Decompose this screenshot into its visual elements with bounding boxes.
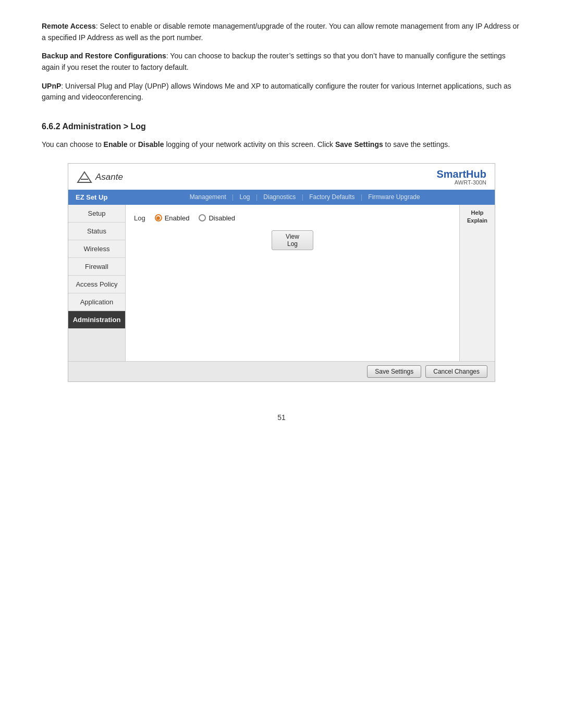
router-footer: Save Settings Cancel Changes: [68, 361, 495, 381]
disabled-radio-button[interactable]: [199, 214, 206, 221]
asante-logo-icon: [77, 171, 92, 183]
model-text: AWRT-300N: [436, 179, 486, 186]
remote-access-para: Remote Access: Select to enable or disab…: [42, 21, 521, 43]
intro-text: You can choose to Enable or Disable logg…: [42, 139, 521, 150]
disabled-label: Disabled: [209, 214, 235, 222]
disabled-radio-option[interactable]: Disabled: [199, 214, 235, 222]
intro-before-enable: You can choose to: [42, 140, 104, 149]
intro-disable: Disable: [138, 140, 164, 149]
section-heading: 6.6.2 Administration > Log: [42, 122, 521, 131]
nav-log[interactable]: Log: [240, 193, 250, 201]
intro-enable: Enable: [104, 140, 128, 149]
backup-restore-label: Backup and Restore Configurations: [42, 52, 166, 60]
smarthub-logo: SmartHub AWRT-300N: [436, 169, 486, 186]
sidebar-item-firewall[interactable]: Firewall: [68, 258, 125, 276]
upnp-para: UPnP: Universal Plug and Play (UPnP) all…: [42, 81, 521, 103]
save-settings-button[interactable]: Save Settings: [367, 365, 421, 378]
router-ui: Asante SmartHub AWRT-300N EZ Set Up Mana…: [68, 163, 495, 382]
upnp-text: : Universal Plug and Play (UPnP) allows …: [42, 82, 511, 102]
intro-save-settings: Save Settings: [335, 140, 383, 149]
help-text: Help Explain: [462, 209, 493, 225]
main-content: Log Enabled Disabled View Log: [126, 205, 459, 361]
help-label: Help: [462, 209, 493, 217]
enabled-radio-option[interactable]: Enabled: [155, 214, 190, 222]
sidebar-item-administration[interactable]: Administration: [68, 311, 125, 329]
page-number: 51: [42, 413, 521, 422]
remote-access-section: Remote Access: Select to enable or disab…: [42, 21, 521, 103]
remote-access-label: Remote Access: [42, 22, 96, 30]
sidebar-item-access-policy[interactable]: Access Policy: [68, 276, 125, 293]
asante-logo: Asante: [77, 171, 123, 183]
remote-access-text: : Select to enable or disable remote man…: [42, 22, 519, 42]
sidebar-item-application[interactable]: Application: [68, 293, 125, 311]
enabled-label: Enabled: [165, 214, 190, 222]
nav-links: Management | Log | Diagnostics | Factory…: [115, 190, 495, 204]
smarthub-text: SmartHub: [436, 169, 486, 179]
log-label: Log: [134, 214, 145, 222]
upnp-label: UPnP: [42, 82, 61, 90]
intro-or: or: [127, 140, 138, 149]
asante-logo-text: Asante: [95, 172, 123, 182]
nav-factory-defaults[interactable]: Factory Defaults: [309, 193, 354, 201]
intro-finish: to save the settings.: [383, 140, 450, 149]
enabled-radio-button[interactable]: [155, 214, 162, 221]
log-row: Log Enabled Disabled: [134, 214, 451, 222]
nav-diagnostics[interactable]: Diagnostics: [263, 193, 296, 201]
sidebar-item-wireless[interactable]: Wireless: [68, 240, 125, 258]
ez-setup-button[interactable]: EZ Set Up: [68, 190, 115, 205]
sidebar-item-setup[interactable]: Setup: [68, 205, 125, 223]
radio-group: Enabled Disabled: [155, 214, 235, 222]
sidebar: Setup Status Wireless Firewall Access Po…: [68, 205, 126, 361]
nav-management[interactable]: Management: [190, 193, 226, 201]
router-body: Setup Status Wireless Firewall Access Po…: [68, 205, 495, 361]
nav-firmware-upgrade[interactable]: Firmware Upgrade: [368, 193, 420, 201]
sidebar-item-status[interactable]: Status: [68, 223, 125, 240]
cancel-changes-button[interactable]: Cancel Changes: [425, 365, 487, 378]
view-log-button[interactable]: View Log: [272, 230, 313, 250]
top-nav: EZ Set Up Management | Log | Diagnostics…: [68, 190, 495, 205]
help-panel: Help Explain: [459, 205, 495, 361]
router-header: Asante SmartHub AWRT-300N: [68, 164, 495, 190]
backup-restore-para: Backup and Restore Configurations: You c…: [42, 51, 521, 73]
explain-label: Explain: [462, 217, 493, 225]
svg-marker-0: [78, 172, 91, 182]
intro-activity: logging of your network activity on this…: [164, 140, 335, 149]
